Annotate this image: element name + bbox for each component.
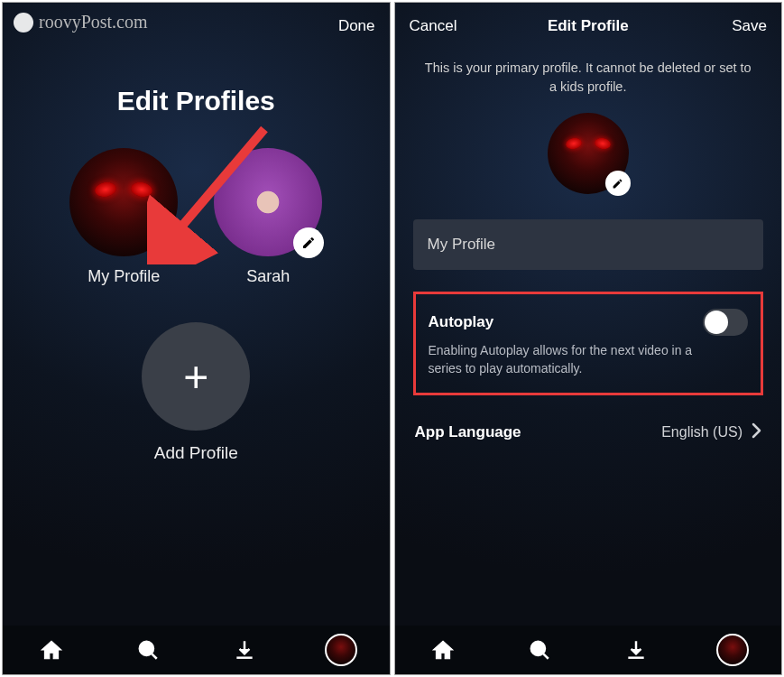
tab-home[interactable] — [425, 632, 461, 668]
add-profile-button[interactable]: + Add Profile — [142, 322, 250, 463]
app-language-value: English (US) — [661, 424, 742, 441]
profile-name: Sarah — [246, 267, 290, 286]
page-title: Edit Profiles — [117, 86, 275, 116]
tab-search[interactable] — [521, 632, 558, 668]
page-title: Edit Profile — [529, 17, 648, 35]
profile-avatar-editor[interactable] — [548, 113, 629, 194]
profile-name: My Profile — [88, 267, 160, 286]
screen2-content: This is your primary profile. It cannot … — [395, 50, 782, 626]
svg-line-4 — [543, 654, 549, 659]
svg-point-3 — [531, 642, 545, 655]
autoplay-description: Enabling Autoplay allows for the next vi… — [429, 341, 699, 378]
autoplay-setting: Autoplay Enabling Autoplay allows for th… — [413, 292, 764, 395]
profile-my-profile[interactable]: My Profile — [69, 148, 178, 286]
add-profile-label: Add Profile — [154, 443, 238, 463]
tab-search[interactable] — [130, 632, 166, 668]
pencil-icon[interactable] — [149, 227, 180, 258]
tab-downloads[interactable] — [618, 632, 654, 668]
autoplay-toggle[interactable] — [703, 309, 748, 336]
tab-downloads[interactable] — [226, 632, 263, 668]
screen-edit-profile: Cancel Edit Profile Save This is your pr… — [394, 2, 783, 675]
profile-sarah[interactable]: Sarah — [214, 148, 322, 286]
profile-name-input[interactable] — [413, 219, 764, 270]
header-bar: Cancel Edit Profile Save — [395, 3, 782, 50]
watermark-text: roovyPost.com — [39, 12, 148, 32]
pencil-icon[interactable] — [605, 171, 631, 196]
tab-bar — [3, 626, 390, 674]
screen1-content: Edit Profiles My Profile Sara — [3, 50, 390, 626]
chevron-right-icon — [752, 422, 761, 442]
done-button[interactable]: Done — [338, 17, 375, 34]
avatar-icon — [716, 634, 749, 666]
autoplay-label: Autoplay — [429, 313, 494, 331]
watermark: roovyPost.com — [14, 12, 148, 32]
svg-line-2 — [151, 654, 156, 659]
tab-profile[interactable] — [715, 632, 751, 668]
avatar-icon — [325, 634, 357, 666]
watermark-logo-icon — [14, 13, 33, 32]
app-language-row[interactable]: App Language English (US) — [413, 417, 764, 448]
tab-home[interactable] — [33, 632, 69, 668]
profiles-row: My Profile Sarah — [69, 148, 322, 286]
screen-edit-profiles: roovyPost.com Done Edit Profiles My Prof… — [2, 2, 391, 675]
save-button[interactable]: Save — [732, 17, 767, 34]
app-language-label: App Language — [415, 423, 662, 441]
tab-bar — [395, 626, 782, 674]
cancel-button[interactable]: Cancel — [410, 17, 457, 34]
pencil-icon[interactable] — [293, 227, 324, 258]
primary-profile-note: This is your primary profile. It cannot … — [413, 59, 764, 97]
toggle-knob — [705, 311, 728, 334]
plus-icon: + — [142, 322, 250, 431]
svg-point-1 — [139, 642, 152, 655]
tab-profile[interactable] — [323, 632, 359, 668]
